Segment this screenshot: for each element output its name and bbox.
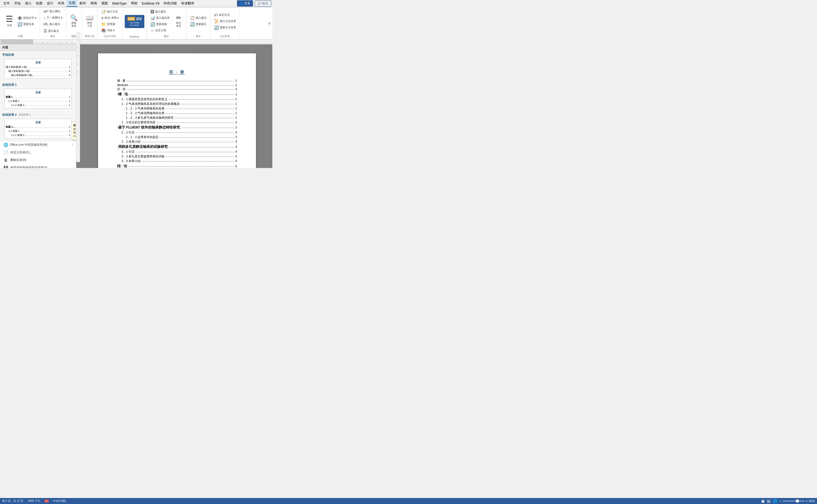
update-toc-button[interactable]: 🔄 更新目录 bbox=[16, 21, 38, 27]
insert-citation-button[interactable]: 📝 插入引文 bbox=[100, 9, 120, 15]
toc-button[interactable]: ☰ 目录 bbox=[3, 14, 16, 29]
toc-row-13: 2．2·本章小结3 bbox=[117, 140, 237, 144]
endnote-logo: EN bbox=[136, 17, 141, 21]
toc-page-18: 5 bbox=[235, 164, 237, 168]
update-table-button[interactable]: 🔄 更新表格 bbox=[149, 21, 171, 27]
insert-caption-label: 插入题注 bbox=[155, 10, 166, 14]
menu-mathtype[interactable]: MathType bbox=[110, 1, 129, 6]
mark-entry-label: 标记条目 bbox=[176, 22, 181, 28]
comment-button[interactable]: 💬 批注 bbox=[255, 0, 271, 7]
style-button[interactable]: ≡ 样式: APA ▾ bbox=[100, 15, 120, 21]
toc-items-container: 摘 · 要1Abstract2目 · 录3·绪 · 论11．1·课题背景及研究的… bbox=[117, 79, 237, 168]
toc-row-4: 1．1·课题背景及研究的目的和意义1 bbox=[117, 97, 237, 101]
menu-layout[interactable]: 布局 bbox=[56, 0, 66, 7]
share-button[interactable]: 👤 共享 bbox=[237, 0, 253, 7]
manage-sources-button[interactable]: 📁 管理源 bbox=[100, 21, 120, 27]
toc-item-label-3: ·绪 · 论 bbox=[117, 92, 128, 97]
menu-home[interactable]: 开始 bbox=[12, 0, 23, 7]
cross-ref-button[interactable]: ↔ 交叉引用 bbox=[149, 28, 171, 33]
auto-toc2-dots-3 bbox=[25, 136, 68, 136]
collapse-ribbon-icon[interactable]: ∧ bbox=[268, 21, 271, 25]
caption-group-label: 题注 bbox=[164, 34, 169, 38]
menu-references[interactable]: 引用 bbox=[66, 0, 77, 7]
auto-toc2-preview[interactable]: 目录 标题 1... 1 1.1 标题 2 1 bbox=[4, 119, 72, 139]
save-toc-item[interactable]: 💾 将所选内容保存到目录库(S)... bbox=[0, 164, 76, 168]
mark-citation-button[interactable]: 🏷 标记引文 bbox=[213, 12, 237, 18]
auto-toc2-label: 自动目录 2 bbox=[2, 112, 17, 118]
toc-page-6: 1 bbox=[235, 107, 237, 110]
svg-text:5: 5 bbox=[77, 71, 78, 73]
update-index-button[interactable]: 🔄 更新索引 bbox=[189, 21, 208, 27]
update-table-label: 更新表格 bbox=[156, 22, 167, 26]
menu-mail[interactable]: 邮件 bbox=[77, 0, 88, 7]
manual-toc-dots-3 bbox=[33, 76, 68, 76]
insert-citation-icon: 📝 bbox=[101, 10, 106, 14]
mark-entry-button[interactable]: ✏ 标记条目 bbox=[173, 14, 184, 29]
toc-item-label-11: 2．1·引言 bbox=[121, 130, 135, 135]
next-footnote-button[interactable]: ↓ 下一条脚注 ▾ bbox=[42, 15, 64, 21]
style-label: 样式: APA ▾ bbox=[105, 16, 119, 20]
toc-row-2: 目 · 录3 bbox=[117, 87, 237, 91]
toc-dots-18 bbox=[128, 166, 234, 167]
manual-toc-preview[interactable]: 目录 键入章标题(第１级) 1 键入章标题(第２级) 2 键入章标题( bbox=[4, 59, 72, 79]
insert-endnote-button[interactable]: abi 插入尾注 bbox=[42, 21, 64, 28]
menu-translate[interactable]: 有道翻译 bbox=[179, 0, 196, 7]
footnote-icon: ab¹ bbox=[44, 9, 48, 14]
menu-view[interactable]: 视图 bbox=[99, 0, 110, 7]
manual-toc-label: 手动目录 bbox=[2, 52, 74, 58]
auto-toc2-sublabel: 自动目录 1 bbox=[19, 113, 31, 117]
insert-citation-toc-button[interactable]: 📜 插入引文目录 bbox=[213, 18, 237, 24]
bibliography-button[interactable]: 📚 书目 ▾ bbox=[100, 28, 120, 33]
menu-endnote[interactable]: EndNote X9 bbox=[140, 1, 162, 6]
svg-text:2: 2 bbox=[66, 42, 67, 44]
update-citation-toc-button[interactable]: 🔄 更新引文目录 bbox=[213, 25, 237, 30]
insert-footnote-button[interactable]: ab¹ 插入脚注 bbox=[42, 8, 64, 14]
menu-file[interactable]: 文件 bbox=[1, 0, 12, 7]
smart-search-button[interactable]: 🔍 智能查找 bbox=[68, 14, 80, 29]
menu-design[interactable]: 设计 bbox=[45, 0, 56, 7]
toc-row-15: 3．1·引言4 bbox=[117, 150, 237, 154]
toc-item-label-8: 1．2．3·多孔质气体静压轴承的研究 bbox=[126, 116, 173, 120]
ribbon-group-citation: 📝 插入引文 ≡ 样式: APA ▾ 📁 管理源 📚 bbox=[98, 8, 123, 39]
menu-help[interactable]: 帮助 bbox=[129, 0, 140, 7]
menu-special[interactable]: 特色功能 bbox=[161, 0, 179, 7]
document-area[interactable]: 1 2 3 4 5 示范论文大学本科生毕业设计(论文)文 目 · 录 bbox=[76, 44, 272, 168]
bibliography-icon: 📚 bbox=[101, 28, 106, 33]
toc-page-5: 1 bbox=[235, 102, 237, 105]
toc-item-label-17: 3．3·本章小结 bbox=[121, 159, 141, 163]
remove-toc-item[interactable]: 🗑 删除目录(R) bbox=[0, 156, 76, 164]
endnote-group-label: EndNote bbox=[130, 35, 139, 38]
cite-while-write-button[interactable]: USE EN Cite WhileYou Write bbox=[125, 15, 144, 28]
add-text-button[interactable]: ➕ 添加文字 ▾ bbox=[16, 15, 38, 21]
menu-insert[interactable]: 插入 bbox=[23, 0, 34, 7]
insert-index-button[interactable]: 📋 插入索引 bbox=[189, 15, 208, 21]
insert-table-caption-icon: 📊 bbox=[150, 16, 155, 20]
manual-toc-title: 目录 bbox=[6, 60, 70, 65]
toc-item-label-2: 目 · 录 bbox=[117, 87, 126, 91]
insert-endnote-label: 插入尾注 bbox=[49, 22, 60, 26]
svg-text:3: 3 bbox=[77, 55, 78, 57]
update-index-label: 更新索引 bbox=[196, 22, 207, 26]
custom-toc-item[interactable]: 📄 自定义目录(C)... bbox=[0, 149, 76, 156]
toc-item-label-18: 结 · 论 bbox=[117, 164, 127, 168]
toc-dots-8 bbox=[175, 118, 234, 118]
save-toc-label: 将所选内容保存到目录库(S)... bbox=[10, 166, 50, 168]
show-notes-button[interactable]: ☰ 显示备注 bbox=[42, 28, 64, 34]
manual-toc-page-2: 2 bbox=[69, 70, 70, 72]
other-toc-item[interactable]: 🌐 Office.com 中的其他目录(M) › bbox=[0, 141, 76, 149]
document-page[interactable]: 目 · 录 摘 · 要1Abstract2目 · 录3·绪 · 论11．1·课题… bbox=[98, 53, 256, 168]
menu-draw[interactable]: 绘图 bbox=[34, 0, 45, 7]
update-citation-toc-label: 更新引文目录 bbox=[220, 26, 236, 29]
research-button[interactable]: 📖 研究工具 bbox=[84, 14, 95, 29]
ribbon-group-footnote: ab¹ 插入脚注 ↓ 下一条脚注 ▾ abi 插入尾注 ☰ bbox=[40, 8, 66, 39]
auto-toc1-item-2: 1.1 标题 2 bbox=[8, 99, 20, 103]
auto-toc1-preview[interactable]: 目录 标题 1 1 1.1 标题 2 1 1.1.1 标题 3 bbox=[4, 89, 72, 109]
ribbon-group-citation-toc: 🏷 标记引文 📜 插入引文目录 🔄 更新引文目录 引文目录 bbox=[211, 8, 240, 39]
toc-item-label-4: 1．1·课题背景及研究的目的和意义 bbox=[121, 97, 167, 101]
auto-toc1-item-3: 1.1.1 标题 3 bbox=[11, 103, 24, 107]
menu-review[interactable]: 审阅 bbox=[88, 0, 99, 7]
insert-table-caption-button[interactable]: 📊 插入表目录 bbox=[149, 15, 171, 21]
toc-page-12: 3 bbox=[235, 135, 237, 139]
auto-toc2-page-3: 1 bbox=[69, 134, 70, 136]
insert-caption-button[interactable]: 🖼 插入题注 bbox=[149, 9, 171, 15]
